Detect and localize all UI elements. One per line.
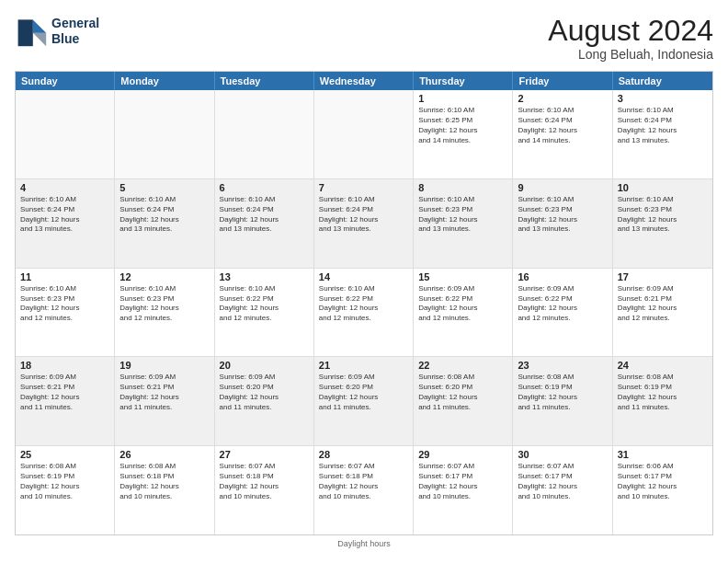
calendar-cell: 4Sunrise: 6:10 AM Sunset: 6:24 PM Daylig…: [16, 179, 115, 268]
day-content: Sunrise: 6:10 AM Sunset: 6:23 PM Dayligh…: [418, 195, 507, 235]
day-content: Sunrise: 6:10 AM Sunset: 6:24 PM Dayligh…: [319, 195, 408, 235]
logo: General Blue: [15, 15, 99, 48]
day-number: 22: [418, 360, 507, 371]
day-number: 14: [319, 271, 408, 282]
day-number: 20: [220, 360, 309, 371]
day-number: 7: [319, 182, 408, 193]
day-content: Sunrise: 6:07 AM Sunset: 6:18 PM Dayligh…: [220, 462, 309, 501]
calendar-cell: 29Sunrise: 6:07 AM Sunset: 6:17 PM Dayli…: [414, 446, 513, 534]
day-content: Sunrise: 6:06 AM Sunset: 6:17 PM Dayligh…: [618, 462, 708, 501]
day-number: 23: [518, 360, 607, 371]
calendar-cell: 28Sunrise: 6:07 AM Sunset: 6:18 PM Dayli…: [314, 446, 414, 534]
day-content: Sunrise: 6:10 AM Sunset: 6:24 PM Dayligh…: [220, 195, 309, 235]
day-content: Sunrise: 6:08 AM Sunset: 6:20 PM Dayligh…: [418, 373, 507, 412]
calendar-cell: 13Sunrise: 6:10 AM Sunset: 6:22 PM Dayli…: [215, 269, 314, 357]
calendar-week-row: 18Sunrise: 6:09 AM Sunset: 6:21 PM Dayli…: [16, 357, 712, 446]
day-content: Sunrise: 6:08 AM Sunset: 6:18 PM Dayligh…: [119, 462, 209, 501]
day-content: Sunrise: 6:10 AM Sunset: 6:24 PM Dayligh…: [518, 106, 607, 145]
day-content: Sunrise: 6:10 AM Sunset: 6:22 PM Dayligh…: [319, 284, 408, 324]
day-number: 29: [418, 449, 507, 460]
calendar-cell: 5Sunrise: 6:10 AM Sunset: 6:24 PM Daylig…: [115, 179, 214, 268]
calendar-day-header: Friday: [513, 72, 612, 90]
title-block: August 2024 Long Beluah, Indonesia: [548, 15, 713, 62]
calendar-cell: 25Sunrise: 6:08 AM Sunset: 6:19 PM Dayli…: [16, 446, 115, 534]
day-number: 4: [20, 182, 109, 193]
day-content: Sunrise: 6:09 AM Sunset: 6:21 PM Dayligh…: [618, 284, 708, 324]
day-content: Sunrise: 6:08 AM Sunset: 6:19 PM Dayligh…: [518, 373, 607, 412]
calendar-day-header: Monday: [115, 72, 214, 90]
calendar-cell: 19Sunrise: 6:09 AM Sunset: 6:21 PM Dayli…: [115, 357, 214, 445]
day-number: 16: [518, 271, 607, 282]
day-number: 26: [119, 449, 209, 460]
day-content: Sunrise: 6:09 AM Sunset: 6:20 PM Dayligh…: [319, 373, 408, 412]
svg-marker-1: [33, 33, 46, 46]
day-content: Sunrise: 6:09 AM Sunset: 6:20 PM Dayligh…: [220, 373, 309, 412]
day-number: 9: [518, 182, 607, 193]
calendar-week-row: 1Sunrise: 6:10 AM Sunset: 6:25 PM Daylig…: [16, 90, 712, 179]
calendar-cell: 22Sunrise: 6:08 AM Sunset: 6:20 PM Dayli…: [414, 357, 513, 445]
calendar-cell: 24Sunrise: 6:08 AM Sunset: 6:19 PM Dayli…: [613, 357, 712, 445]
logo-text: General Blue: [51, 16, 99, 47]
calendar-cell: 14Sunrise: 6:10 AM Sunset: 6:22 PM Dayli…: [314, 269, 414, 357]
calendar-week-row: 25Sunrise: 6:08 AM Sunset: 6:19 PM Dayli…: [16, 446, 712, 534]
day-content: Sunrise: 6:10 AM Sunset: 6:24 PM Dayligh…: [618, 106, 708, 145]
day-content: Sunrise: 6:10 AM Sunset: 6:24 PM Dayligh…: [119, 195, 209, 235]
calendar-day-header: Tuesday: [215, 72, 314, 90]
calendar-cell: 11Sunrise: 6:10 AM Sunset: 6:23 PM Dayli…: [16, 269, 115, 357]
calendar-header: SundayMondayTuesdayWednesdayThursdayFrid…: [16, 72, 712, 90]
calendar: SundayMondayTuesdayWednesdayThursdayFrid…: [15, 71, 713, 535]
day-content: Sunrise: 6:10 AM Sunset: 6:23 PM Dayligh…: [20, 284, 109, 324]
calendar-cell: 21Sunrise: 6:09 AM Sunset: 6:20 PM Dayli…: [314, 357, 414, 445]
calendar-cell: 18Sunrise: 6:09 AM Sunset: 6:21 PM Dayli…: [16, 357, 115, 445]
day-content: Sunrise: 6:09 AM Sunset: 6:22 PM Dayligh…: [418, 284, 507, 324]
subtitle: Long Beluah, Indonesia: [548, 47, 713, 62]
day-content: Sunrise: 6:08 AM Sunset: 6:19 PM Dayligh…: [618, 373, 708, 412]
calendar-day-header: Saturday: [613, 72, 712, 90]
day-number: 15: [418, 271, 507, 282]
calendar-day-header: Wednesday: [314, 72, 414, 90]
day-number: 2: [518, 93, 607, 104]
calendar-cell: 17Sunrise: 6:09 AM Sunset: 6:21 PM Dayli…: [613, 269, 712, 357]
calendar-cell: [16, 90, 115, 178]
day-content: Sunrise: 6:09 AM Sunset: 6:22 PM Dayligh…: [518, 284, 607, 324]
calendar-cell: 2Sunrise: 6:10 AM Sunset: 6:24 PM Daylig…: [513, 90, 612, 178]
calendar-cell: 9Sunrise: 6:10 AM Sunset: 6:23 PM Daylig…: [513, 179, 612, 268]
calendar-day-header: Thursday: [414, 72, 513, 90]
day-number: 24: [618, 360, 708, 371]
day-content: Sunrise: 6:08 AM Sunset: 6:19 PM Dayligh…: [20, 462, 109, 501]
day-number: 27: [220, 449, 309, 460]
day-content: Sunrise: 6:10 AM Sunset: 6:25 PM Dayligh…: [418, 106, 507, 145]
day-content: Sunrise: 6:10 AM Sunset: 6:22 PM Dayligh…: [220, 284, 309, 324]
day-number: 25: [20, 449, 109, 460]
day-number: 6: [220, 182, 309, 193]
day-content: Sunrise: 6:07 AM Sunset: 6:17 PM Dayligh…: [418, 462, 507, 501]
day-number: 8: [418, 182, 507, 193]
calendar-cell: 3Sunrise: 6:10 AM Sunset: 6:24 PM Daylig…: [613, 90, 712, 178]
day-number: 31: [618, 449, 708, 460]
calendar-cell: 8Sunrise: 6:10 AM Sunset: 6:23 PM Daylig…: [414, 179, 513, 268]
day-number: 13: [220, 271, 309, 282]
day-content: Sunrise: 6:07 AM Sunset: 6:17 PM Dayligh…: [518, 462, 607, 501]
day-content: Sunrise: 6:07 AM Sunset: 6:18 PM Dayligh…: [319, 462, 408, 501]
calendar-cell: 1Sunrise: 6:10 AM Sunset: 6:25 PM Daylig…: [414, 90, 513, 178]
calendar-cell: 26Sunrise: 6:08 AM Sunset: 6:18 PM Dayli…: [115, 446, 214, 534]
calendar-week-row: 4Sunrise: 6:10 AM Sunset: 6:24 PM Daylig…: [16, 179, 712, 269]
calendar-cell: 7Sunrise: 6:10 AM Sunset: 6:24 PM Daylig…: [314, 179, 414, 268]
day-number: 1: [418, 93, 507, 104]
calendar-cell: 12Sunrise: 6:10 AM Sunset: 6:23 PM Dayli…: [115, 269, 214, 357]
day-content: Sunrise: 6:09 AM Sunset: 6:21 PM Dayligh…: [20, 373, 109, 412]
day-content: Sunrise: 6:09 AM Sunset: 6:21 PM Dayligh…: [119, 373, 209, 412]
day-number: 30: [518, 449, 607, 460]
calendar-cell: [314, 90, 414, 178]
logo-icon: [15, 15, 48, 48]
calendar-cell: 6Sunrise: 6:10 AM Sunset: 6:24 PM Daylig…: [215, 179, 314, 268]
day-number: 3: [618, 93, 708, 104]
main-title: August 2024: [548, 15, 713, 47]
footer-note: Daylight hours: [15, 539, 713, 548]
day-content: Sunrise: 6:10 AM Sunset: 6:23 PM Dayligh…: [518, 195, 607, 235]
calendar-cell: 23Sunrise: 6:08 AM Sunset: 6:19 PM Dayli…: [513, 357, 612, 445]
day-content: Sunrise: 6:10 AM Sunset: 6:23 PM Dayligh…: [119, 284, 209, 324]
day-number: 11: [20, 271, 109, 282]
day-number: 28: [319, 449, 408, 460]
day-number: 21: [319, 360, 408, 371]
